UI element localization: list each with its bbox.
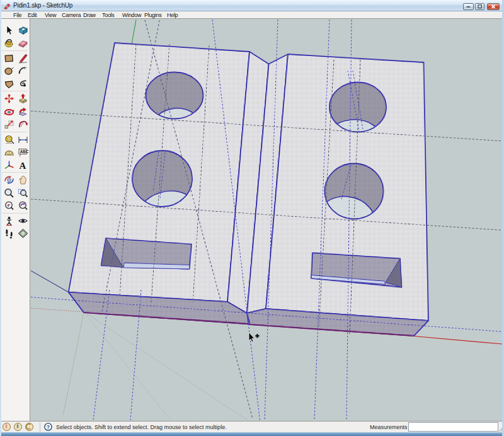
svg-text:A: A [19, 161, 26, 171]
svg-text:ABC: ABC [20, 149, 28, 154]
svg-text:?: ? [47, 424, 50, 430]
